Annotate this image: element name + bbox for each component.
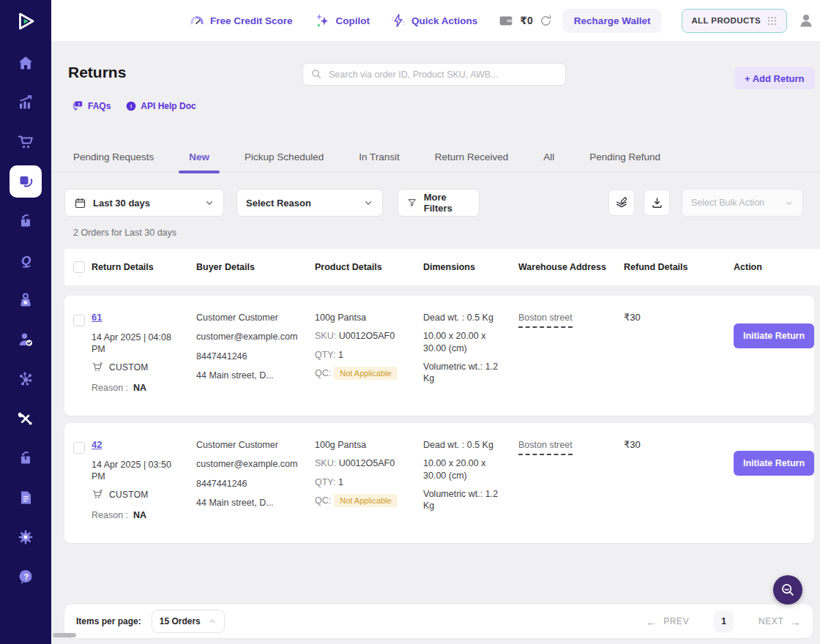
qc-label: QC: (315, 368, 331, 378)
sidebar-item-integrations[interactable] (17, 370, 34, 388)
tab-pending-requests[interactable]: Pending Requests (73, 143, 154, 172)
arrow-left-icon: ← (646, 616, 658, 627)
sidebar-item-ndr[interactable] (17, 212, 34, 230)
refund-amount: ₹30 (624, 312, 641, 323)
account-menu[interactable] (797, 12, 820, 29)
funnel-icon (407, 197, 417, 209)
quick-actions-label: Quick Actions (411, 15, 477, 26)
action-cell: Initiate Return (734, 423, 820, 543)
export-button[interactable] (644, 190, 670, 216)
faq-bubble-icon: ? (72, 100, 84, 112)
tab-new[interactable]: New (189, 143, 209, 172)
buyer-email: customer@example.com (196, 458, 305, 470)
warehouse-address[interactable]: Boston street (518, 439, 573, 455)
home-icon (17, 54, 34, 72)
next-label: NEXT (758, 616, 783, 626)
tab-pending-refund[interactable]: Pending Refund (589, 143, 660, 172)
sku-value: U0012O5AF0 (339, 331, 395, 341)
copilot-link[interactable]: Copilot (313, 12, 370, 29)
initiate-return-button[interactable]: Initiate Return (734, 451, 814, 476)
product-name: 100g Pantsa (315, 312, 413, 323)
tools-icon (17, 410, 34, 427)
channel: CUSTOM (92, 362, 186, 374)
next-page-button[interactable]: NEXT→ (758, 616, 801, 627)
bulk-edit-icon (614, 195, 629, 210)
search-fab[interactable] (773, 575, 802, 604)
items-per-page-select[interactable]: 15 Orders (152, 610, 225, 633)
warehouse-address[interactable]: Boston street (518, 312, 573, 328)
all-products-button[interactable]: ALL PRODUCTS (682, 9, 787, 33)
row-checkbox[interactable] (73, 315, 85, 326)
row-checkbox[interactable] (73, 442, 85, 454)
horizontal-scrollbar-thumb[interactable] (53, 633, 76, 637)
bulk-action-select[interactable]: Select Bulk Action (682, 189, 803, 217)
pagination-bar: Items per page: 15 Orders ←PREV 1 NEXT→ (64, 604, 813, 638)
sidebar-item-help[interactable]: ? (17, 568, 34, 585)
analytics-icon (17, 94, 34, 111)
copilot-label: Copilot (336, 15, 370, 26)
package-return-icon (17, 212, 34, 230)
buyer-phone: 8447441246 (196, 478, 305, 490)
volumetric-weight: Volumetric wt.: 1.2 Kg (423, 361, 508, 385)
sidebar-item-buyer[interactable] (17, 331, 34, 348)
date-range-filter[interactable]: Last 30 days (64, 189, 224, 217)
quick-actions-link[interactable]: Quick Actions (390, 12, 477, 29)
add-return-button[interactable]: + Add Return (734, 67, 815, 89)
return-id-link[interactable]: 61 (92, 312, 102, 324)
chevron-down-icon (204, 198, 215, 208)
reason-filter[interactable]: Select Reason (236, 189, 383, 217)
sidebar-item-weight[interactable]: ₹ (17, 291, 34, 309)
sidebar-item-orders[interactable] (17, 133, 34, 151)
prev-label: PREV (663, 616, 689, 626)
app-logo[interactable] (15, 10, 37, 32)
sidebar-item-settings[interactable] (17, 528, 34, 546)
download-icon (650, 196, 664, 210)
prev-page-button[interactable]: ←PREV (646, 616, 690, 627)
returns-icon (17, 173, 34, 190)
sidebar-item-home[interactable] (17, 54, 34, 72)
svg-text:?: ? (23, 572, 29, 581)
dimensions-value: 10.00 x 20.00 x 30.00 (cm) (423, 330, 508, 354)
sidebar-item-returns-manage[interactable] (17, 449, 34, 467)
tab-pickup-scheduled[interactable]: Pickup Scheduled (245, 143, 324, 172)
api-help-link[interactable]: ! API Help Doc (125, 100, 195, 112)
all-products-label: ALL PRODUCTS (691, 16, 761, 25)
more-filters-button[interactable]: More Filters (398, 189, 480, 217)
sidebar-item-quick[interactable]: Q (17, 252, 34, 269)
orders-summary: 2 Orders for Last 30 days (73, 228, 176, 238)
info-icon: ! (125, 100, 137, 112)
return-id-link[interactable]: 42 (92, 439, 102, 452)
initiate-return-button[interactable]: Initiate Return (734, 323, 814, 348)
search-input[interactable] (329, 70, 558, 80)
bulk-edit-button[interactable] (608, 190, 635, 216)
volumetric-weight: Volumetric wt.: 1.2 Kg (423, 488, 508, 512)
sidebar-item-billing[interactable] (17, 489, 34, 506)
chevron-down-icon (784, 198, 794, 208)
faqs-link[interactable]: ? FAQs (72, 100, 111, 112)
free-credit-score-link[interactable]: Free Credit Score (189, 12, 293, 29)
buyer-name: Customer Customer (196, 312, 305, 323)
svg-text:₹: ₹ (25, 301, 27, 304)
channel-cart-icon (92, 362, 104, 374)
buyer-address: 44 Main street, D... (196, 370, 305, 381)
bolt-icon (390, 12, 406, 29)
table-row: 61 14 Apr 2025 | 04:08 PM CUSTOM Reason … (64, 296, 814, 416)
recharge-wallet-button[interactable]: Recharge Wallet (563, 9, 662, 33)
page-title: Returns (68, 64, 126, 81)
sidebar-item-tools[interactable] (17, 410, 34, 427)
refresh-icon[interactable] (539, 14, 553, 28)
sidebar-item-analytics[interactable] (17, 94, 34, 111)
buyer-address: 44 Main street, D... (196, 497, 305, 509)
tab-in-transit[interactable]: In Transit (359, 143, 400, 172)
action-cell: Initiate Return (734, 296, 820, 416)
buyer-name: Customer Customer (196, 439, 305, 451)
tab-all[interactable]: All (543, 143, 554, 172)
tab-return-received[interactable]: Return Received (435, 143, 509, 172)
select-all-checkbox[interactable] (73, 261, 85, 273)
table-header: Return Details Buyer Details Product Det… (64, 249, 820, 285)
warehouse-cell: Boston street (518, 296, 624, 416)
svg-text:Q: Q (21, 254, 31, 268)
sidebar-item-returns[interactable] (10, 165, 42, 198)
filter-row: Last 30 days Select Reason More Filters … (51, 189, 820, 217)
weight-icon: ₹ (17, 291, 34, 309)
